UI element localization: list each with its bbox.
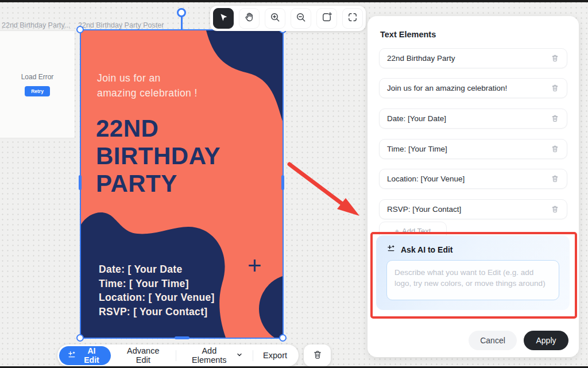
text-element-value: RSVP: [Your Contact] — [387, 205, 461, 214]
poster-plus-mark: + — [247, 252, 262, 280]
zoom-in-icon — [269, 11, 281, 25]
ai-edit-label: AI Edit — [80, 346, 103, 365]
poster-detail-location: Location: [ Your Venue] — [99, 290, 215, 305]
hand-tool-button[interactable] — [239, 8, 260, 29]
ask-ai-title: Ask AI to Edit — [401, 245, 453, 254]
text-element-row[interactable]: RSVP: [Your Contact] — [379, 199, 567, 219]
poster-detail-rsvp: RSVP: [ Your Contact] — [99, 305, 215, 319]
add-frame-icon — [321, 11, 332, 25]
zoom-out-icon — [295, 11, 307, 25]
selection-handle-left-mid[interactable] — [79, 175, 82, 190]
poster-details: Date: [ Your Date Time: [ Your Time] Loc… — [99, 262, 215, 319]
fit-screen-icon — [347, 11, 358, 25]
text-element-row[interactable]: Location: [Your Venue] — [379, 169, 567, 189]
text-element-row[interactable]: Time: [Your Time] — [379, 139, 567, 159]
annotation-arrow — [281, 158, 368, 224]
trash-icon[interactable] — [551, 84, 559, 92]
text-elements-panel: Text Elements 22nd Birthday Party Join u… — [368, 16, 579, 357]
ai-sparkle-icon — [67, 350, 76, 361]
poster-subtitle-line1: Join us for an — [97, 71, 198, 86]
zoom-in-tool-button[interactable] — [265, 8, 285, 29]
rotation-handle[interactable] — [177, 8, 186, 17]
trash-icon[interactable] — [551, 54, 559, 63]
advance-edit-label: Advance Edit — [121, 346, 166, 365]
panel-title: Text Elements — [380, 30, 436, 39]
delete-canvas-button[interactable] — [304, 344, 331, 366]
text-element-row[interactable]: 22nd Birthday Party — [379, 48, 567, 68]
add-elements-label: Add Elements — [186, 346, 233, 365]
trash-icon[interactable] — [551, 205, 559, 214]
poster-title-line1: 22ND — [96, 115, 220, 142]
selection-handle-bottom-right[interactable] — [279, 334, 287, 342]
retry-button[interactable]: Retry — [25, 86, 50, 96]
selection-handle-bottom-left[interactable] — [76, 334, 84, 342]
poster-title-line3: PARTY — [96, 170, 220, 197]
text-element-value: Location: [Your Venue] — [387, 175, 465, 183]
load-error-text: Load Error — [21, 73, 54, 81]
add-elements-button[interactable]: Add Elements — [176, 346, 253, 365]
fit-screen-tool-button[interactable] — [342, 8, 363, 29]
text-element-row[interactable]: Join us for an amazing celebration! — [379, 78, 567, 98]
canvas-toolbar — [210, 6, 366, 31]
selection-handle-bottom-mid[interactable] — [175, 336, 189, 339]
edit-actions-toolbar: AI Edit Advance Edit Add Elements Export — [57, 344, 299, 366]
thumbnail-load-error-frame[interactable]: Load Error Retry — [0, 31, 75, 138]
ai-edit-button[interactable]: AI Edit — [59, 346, 111, 365]
ask-ai-input[interactable] — [386, 260, 559, 300]
export-button[interactable]: Export — [253, 351, 297, 360]
add-text-label: Add Text — [402, 227, 431, 235]
rotation-handle-stem — [181, 16, 183, 30]
text-element-value: Join us for an amazing celebration! — [387, 84, 507, 92]
thumbnail-frame-label: 22nd Birthday Party... — [2, 21, 75, 29]
zoom-out-tool-button[interactable] — [291, 8, 311, 29]
poster-detail-time: Time: [ Your Time] — [99, 277, 215, 291]
ask-ai-header: Ask AI to Edit — [386, 244, 453, 255]
chevron-down-icon — [236, 351, 243, 360]
poster-detail-date: Date: [ Your Date — [99, 262, 215, 277]
selection-handle-top-left[interactable] — [76, 26, 84, 33]
selection-handle-right-mid[interactable] — [281, 175, 284, 190]
export-label: Export — [263, 351, 287, 360]
text-element-value: Time: [Your Time] — [387, 145, 447, 153]
hand-icon — [243, 11, 255, 25]
trash-icon — [312, 350, 323, 362]
trash-icon[interactable] — [551, 114, 559, 123]
poster-canvas[interactable]: Join us for an amazing celebration ! 22N… — [81, 30, 283, 338]
advance-edit-button[interactable]: Advance Edit — [111, 346, 176, 365]
ask-ai-card: Ask AI to Edit — [376, 235, 570, 310]
add-frame-tool-button[interactable] — [316, 8, 337, 29]
apply-button[interactable]: Apply — [524, 331, 568, 350]
cancel-button[interactable]: Cancel — [469, 331, 517, 350]
text-element-row[interactable]: Date: [Your Date] — [379, 109, 567, 129]
plus-icon: + — [395, 227, 400, 235]
select-tool-button[interactable] — [213, 8, 234, 29]
window-edge-top — [0, 0, 588, 2]
cursor-icon — [218, 12, 229, 25]
poster-subtitle-line2: amazing celebration ! — [97, 86, 198, 100]
text-element-value: Date: [Your Date] — [387, 114, 446, 123]
canvas-frame-label: 22nd Birthday Party Poster — [78, 21, 164, 29]
trash-icon[interactable] — [551, 145, 559, 153]
trash-icon[interactable] — [551, 175, 559, 183]
poster-title-line2: BIRTHDAY — [96, 142, 220, 170]
poster-title: 22ND BIRTHDAY PARTY — [96, 115, 220, 197]
poster-subtitle: Join us for an amazing celebration ! — [97, 71, 198, 100]
ai-sparkle-icon — [386, 244, 396, 255]
text-element-value: 22nd Birthday Party — [387, 54, 455, 63]
